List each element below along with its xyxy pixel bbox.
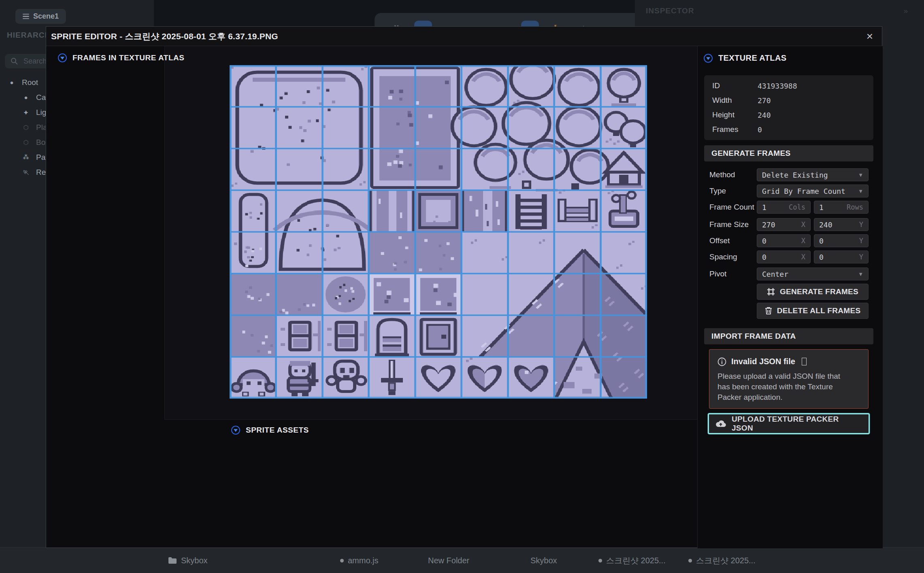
generate-frames-header: GENERATE FRAMES	[704, 145, 873, 161]
frames-label: Frames	[712, 125, 758, 134]
generate-frames-button[interactable]: GENERATE FRAMES	[757, 284, 869, 300]
invalid-json-warning: Invalid JSON file Please upload a valid …	[709, 349, 869, 409]
chevron-down-icon: ▼	[858, 271, 863, 277]
circle-icon: ●	[22, 94, 30, 101]
frame-size-label: Frame Size	[709, 220, 749, 229]
dot-icon	[340, 559, 344, 562]
x-unit-label: X	[801, 237, 805, 245]
width-label: Width	[712, 96, 758, 105]
chevrons-right-icon[interactable]: »	[903, 6, 908, 15]
asset-item[interactable]: 스크린샷 2025...	[688, 548, 756, 573]
y-unit-label: Y	[859, 253, 863, 261]
circle-icon: ●	[8, 79, 15, 86]
nodes-icon: ⁂	[22, 154, 30, 161]
hierarchy-item-label: Root	[22, 78, 38, 87]
panel-header[interactable]: TEXTURE ATLAS	[704, 53, 787, 63]
width-value: 270	[758, 96, 771, 105]
frame-size-x-input[interactable]: 270 X	[757, 218, 811, 231]
folder-icon	[168, 557, 177, 564]
type-row: Type Grid By Frame Count ▼	[698, 185, 883, 197]
x-unit-label: X	[801, 253, 805, 261]
tofu-glyph	[802, 358, 807, 365]
info-row-width: Width 270	[704, 93, 873, 108]
spacing-y-value: 0	[819, 253, 824, 261]
frame-crop-icon	[767, 288, 775, 296]
asset-item[interactable]: Skybox	[168, 548, 208, 573]
scene-button[interactable]: Scene1	[15, 9, 66, 24]
asset-item[interactable]: New Folder	[428, 548, 469, 573]
list-icon	[23, 14, 29, 19]
spacing-row: Spacing 0 X 0 Y	[698, 250, 883, 263]
frames-value: 0	[758, 125, 762, 134]
upload-button-label: UPLOAD TEXTURE PACKER JSON	[732, 415, 862, 433]
id-label: ID	[712, 81, 758, 90]
pivot-row: Pivot Center ▼	[698, 267, 883, 280]
asset-label: New Folder	[428, 556, 469, 565]
method-row: Method Delete Existing ▼	[698, 168, 883, 181]
rows-unit-label: Rows	[847, 203, 863, 211]
spacing-x-input[interactable]: 0 X	[757, 250, 811, 263]
frame-count-cols-value: 1	[762, 203, 766, 212]
asset-item[interactable]: Skybox	[530, 548, 557, 573]
offset-row: Offset 0 X 0 Y	[698, 234, 883, 247]
x-unit-label: X	[801, 221, 805, 229]
asset-label: 스크린샷 2025...	[606, 555, 666, 566]
warning-title-row: Invalid JSON file	[717, 357, 860, 366]
warning-body: Please upload a valid JSON file that has…	[717, 371, 851, 403]
chevron-down-icon: ▼	[858, 188, 863, 194]
method-select[interactable]: Delete Existing ▼	[757, 168, 869, 181]
spacing-label: Spacing	[709, 253, 737, 261]
asset-item[interactable]: 스크린샷 2025...	[598, 548, 666, 573]
frame-count-rows-input[interactable]: 1 Rows	[814, 201, 869, 214]
id-value: 431933988	[758, 82, 797, 90]
spacing-y-input[interactable]: 0 Y	[814, 250, 869, 263]
method-label: Method	[709, 170, 735, 179]
texture-atlas-image[interactable]	[230, 65, 647, 399]
collapse-chevron-icon[interactable]	[704, 54, 713, 63]
asset-item[interactable]: ammo.js	[340, 548, 379, 573]
bulb-icon: ⯌	[22, 109, 30, 116]
divider	[164, 419, 697, 420]
dot-icon	[688, 559, 692, 562]
hexagon-icon: ⬡	[22, 124, 30, 131]
search-icon	[11, 57, 18, 65]
frame-size-y-input[interactable]: 240 Y	[814, 218, 869, 231]
asset-label: Skybox	[181, 556, 208, 565]
runner-icon: 🏃︎	[22, 169, 30, 176]
frames-section-label: FRAMES IN TEXTURE ATLAS	[72, 53, 184, 62]
cols-unit-label: Cols	[789, 203, 805, 211]
assets-bar: Skyboxammo.jsNew FolderSkybox스크린샷 2025..…	[0, 547, 924, 573]
frames-section-header[interactable]: FRAMES IN TEXTURE ATLAS	[58, 53, 184, 62]
trash-icon	[765, 307, 772, 315]
close-icon[interactable]: ×	[867, 31, 873, 42]
height-value: 240	[758, 111, 771, 119]
y-unit-label: Y	[859, 221, 863, 229]
hexagon-icon: ⬡	[22, 139, 30, 146]
frame-size-row: Frame Size 270 X 240 Y	[698, 218, 883, 231]
cloud-upload-icon	[715, 420, 726, 428]
info-row-height: Height 240	[704, 108, 873, 122]
dot-icon	[598, 559, 602, 562]
y-unit-label: Y	[859, 237, 863, 245]
upload-texture-packer-json-button[interactable]: UPLOAD TEXTURE PACKER JSON	[708, 413, 870, 434]
frame-count-label: Frame Count	[709, 203, 754, 212]
modal-titlebar: SPRITE EDITOR - 스크린샷 2025-08-01 오후 6.37.…	[46, 27, 882, 46]
info-row-id: ID 431933988	[704, 79, 873, 93]
frame-count-rows-value: 1	[819, 203, 824, 212]
offset-x-input[interactable]: 0 X	[757, 234, 811, 247]
offset-y-input[interactable]: 0 Y	[814, 234, 869, 247]
type-select[interactable]: Grid By Frame Count ▼	[757, 185, 869, 197]
import-frame-data-header: IMPORT FRAME DATA	[704, 328, 873, 344]
frame-count-cols-input[interactable]: 1 Cols	[757, 201, 811, 214]
delete-all-frames-button-label: DELETE ALL FRAMES	[777, 306, 861, 315]
asset-label: ammo.js	[348, 556, 379, 565]
offset-label: Offset	[709, 236, 730, 245]
spacing-x-value: 0	[762, 253, 766, 261]
collapse-chevron-icon[interactable]	[58, 53, 67, 62]
offset-x-value: 0	[762, 237, 766, 245]
pivot-select[interactable]: Center ▼	[757, 267, 869, 280]
sprite-assets-section-header[interactable]: SPRITE ASSETS	[231, 426, 309, 435]
type-value: Grid By Frame Count	[762, 187, 845, 195]
collapse-chevron-icon[interactable]	[231, 426, 240, 435]
delete-all-frames-button[interactable]: DELETE ALL FRAMES	[757, 303, 869, 319]
